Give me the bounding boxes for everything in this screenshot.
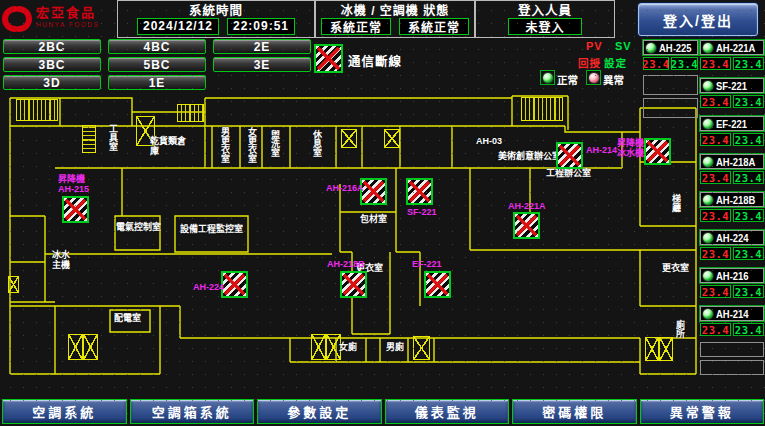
nav-button[interactable]: 異常警報 [640, 399, 765, 424]
room-label: 梯廳 [671, 194, 680, 212]
room-label: 更衣室 [662, 263, 689, 273]
comm-fail-icon[interactable] [556, 142, 583, 169]
shaft-x-icon [83, 334, 98, 360]
red-x-icon [342, 273, 365, 296]
unit-led-icon [702, 156, 714, 168]
system-time-section: 系統時間 2024/12/12 22:09:51 [117, 0, 315, 38]
floor-button-4bc[interactable]: 4BC [108, 39, 206, 54]
comm-fail-icon[interactable] [340, 271, 367, 298]
comm-fail-icon[interactable] [513, 212, 540, 239]
brand-name: 宏亞食品 [36, 7, 99, 19]
room-label: 工具室 [108, 124, 117, 151]
login-section: 登入人員 未登入 [475, 0, 615, 38]
nav-button[interactable]: 空調系統 [2, 399, 127, 424]
room-label: 男廁 [386, 342, 404, 352]
unit-sv-value: 23.4 [733, 57, 764, 70]
equipment-tag: 昇降機AH-215 [58, 175, 89, 194]
comm-fail-icon[interactable] [406, 178, 433, 205]
room-label: 設備工程監控室 [180, 224, 243, 234]
room-label: 包材室 [360, 214, 387, 224]
shaft-x-icon [341, 129, 357, 148]
machine-status-label: 冰機 / 空調機 狀態 [316, 1, 474, 17]
floor-button-2e[interactable]: 2E [213, 39, 311, 54]
unit-led-icon [702, 42, 714, 54]
abnormal-led-legend [586, 70, 601, 85]
ahu-status-value: 系統正常 [399, 18, 469, 35]
room-label: 廁所 [675, 320, 684, 338]
unit-name-label: EF-221 [716, 118, 747, 130]
unit-sf-221[interactable]: SF-221 [700, 78, 764, 93]
unit-ah-218a[interactable]: AH-218A [700, 154, 764, 169]
shaft-x-icon [68, 334, 83, 360]
system-time-label: 系統時間 [118, 1, 314, 17]
comm-fail-icon[interactable] [644, 138, 671, 165]
comm-fail-icon[interactable] [62, 196, 89, 223]
room-label: 女廁 [339, 342, 357, 352]
floor-button-3bc[interactable]: 3BC [3, 57, 101, 72]
nav-button[interactable]: 參數設定 [257, 399, 382, 424]
system-date-value: 2024/12/12 [137, 18, 219, 35]
abnormal-legend-label: 異常 [603, 72, 624, 87]
spare-panel [643, 75, 698, 95]
company-logo: 宏亞食品 HUNYA FOODS [2, 2, 114, 36]
unit-ef-221[interactable]: EF-221 [700, 116, 764, 131]
unit-ah-216[interactable]: AH-216 [700, 268, 764, 283]
unit-ah-221a[interactable]: AH-221A [700, 40, 764, 55]
equipment-tag: AH-214 [586, 146, 617, 156]
spare-panel [700, 360, 764, 375]
unit-sv-value: 23.4 [733, 247, 764, 260]
unit-name-label: AH-218A [716, 156, 755, 168]
login-person-label: 登入人員 [476, 1, 614, 17]
red-x-icon [558, 144, 581, 167]
unit-sv-value: 23.4 [671, 57, 698, 70]
login-logout-button[interactable]: 登入/登出 [638, 3, 758, 36]
red-x-icon [646, 140, 669, 163]
unit-pv-value: 23.4 [700, 209, 731, 222]
red-x-icon [426, 273, 449, 296]
shaft-x-icon [8, 276, 19, 293]
unit-ah-224[interactable]: AH-224 [700, 230, 764, 245]
pink-led-icon [588, 72, 600, 84]
nav-button[interactable]: 空調箱系統 [130, 399, 255, 424]
floor-button-1e[interactable]: 1E [108, 75, 206, 90]
unit-led-icon [702, 118, 714, 130]
shaft-symbol [8, 276, 19, 293]
unit-led-icon [702, 80, 714, 92]
floor-button-3e[interactable]: 3E [213, 57, 311, 72]
system-time-value: 22:09:51 [227, 18, 295, 35]
room-label: 配電室 [114, 313, 141, 323]
equipment-tag: 昇降機冰水機 [617, 139, 644, 158]
comm-fail-icon[interactable] [360, 178, 387, 205]
unit-ah-214[interactable]: AH-214 [700, 306, 764, 321]
floor-button-2bc[interactable]: 2BC [3, 39, 101, 54]
shaft-symbol [645, 337, 673, 361]
unit-pv-value: 23.4 [700, 133, 731, 146]
unit-pv-value: 23.4 [700, 247, 731, 260]
floor-button-3d[interactable]: 3D [3, 75, 101, 90]
unit-ah-218b[interactable]: AH-218B [700, 192, 764, 207]
spare-panel [643, 98, 698, 118]
unit-sv-value: 23.4 [733, 95, 764, 108]
nav-button[interactable]: 密碼權限 [512, 399, 637, 424]
unit-ah-225[interactable]: AH-225 [643, 40, 698, 55]
equipment-tag: AH-221A [508, 202, 546, 212]
unit-sv-value: 23.4 [733, 133, 764, 146]
nav-button[interactable]: 儀表監視 [385, 399, 510, 424]
floor-button-5bc[interactable]: 5BC [108, 57, 206, 72]
spare-panel [700, 342, 764, 357]
brand-name-en: HUNYA FOODS [36, 19, 99, 31]
stair-icon [82, 125, 96, 153]
unit-sv-value: 23.4 [733, 323, 764, 336]
room-label: 乾貨類倉庫 [150, 136, 192, 156]
hmi-screen: { "header": { "brand": "宏亞食品", "brand_en… [0, 0, 765, 426]
equipment-tag: AH-224 [193, 283, 224, 293]
unit-name-label: AH-221A [716, 42, 755, 54]
feedback-column-header: 回授 [578, 55, 601, 70]
equipment-tag: AH-218B [327, 260, 365, 270]
comm-fail-icon[interactable] [221, 271, 248, 298]
comm-fail-icon[interactable] [424, 271, 451, 298]
bottom-nav-bar: 空調系統空調箱系統參數設定儀表監視密碼權限異常警報 [2, 399, 764, 424]
room-label: 休息室 [312, 130, 321, 157]
equipment-tag: EF-221 [412, 260, 442, 270]
unit-pv-value: 23.4 [700, 323, 731, 336]
